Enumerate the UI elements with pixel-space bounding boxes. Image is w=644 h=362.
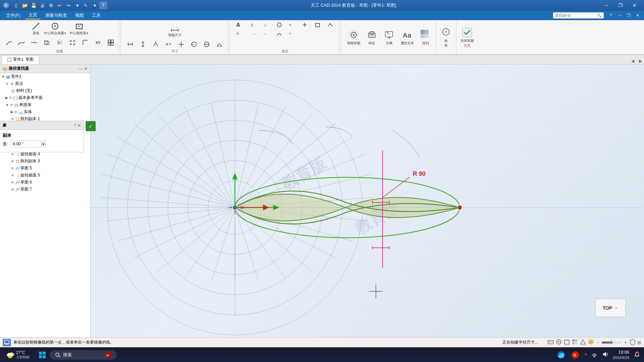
status-zoom-minus[interactable]: －	[596, 340, 600, 346]
menu-win-close[interactable]: ✕	[634, 12, 641, 18]
tool-feature[interactable]: 特征	[364, 28, 380, 47]
tree-item-planes[interactable]: ▶ 👁 基本参考平面	[0, 94, 90, 101]
tool-block[interactable]: + 块 块	[438, 25, 454, 49]
tool-annotation[interactable]: 注释	[381, 28, 397, 47]
help-button[interactable]: ?	[608, 12, 614, 18]
tree-item-array3[interactable]: 👁 阵列副本 3	[0, 158, 90, 165]
minimize-button[interactable]: ─	[600, 1, 613, 10]
tool-constraint-4[interactable]: ≡	[286, 21, 298, 29]
select-button[interactable]: ↖	[82, 1, 90, 9]
eye-icon-revolve5[interactable]: 👁	[11, 173, 14, 177]
tool-constraint-2[interactable]: ⊥	[260, 21, 273, 29]
panel-help-btn[interactable]: ?	[74, 123, 76, 128]
qa-dropdown[interactable]: ▾	[73, 1, 81, 9]
tool-pattern[interactable]	[66, 38, 79, 47]
status-icon-1[interactable]	[547, 339, 554, 346]
status-icon-3[interactable]	[563, 339, 570, 346]
eye-icon-array1[interactable]: 👁	[11, 117, 14, 121]
status-shield-icon[interactable]	[629, 339, 636, 346]
tree-item-sketch6[interactable]: 👁 草图 6	[0, 179, 90, 186]
status-icon-6[interactable]: !	[588, 339, 594, 346]
tool-offset[interactable]	[41, 38, 53, 47]
select-dropdown[interactable]: ▾	[91, 1, 99, 9]
status-icon-4[interactable]	[572, 339, 578, 346]
sidebar-min-btn[interactable]: —	[79, 66, 83, 71]
tool-constraint-3[interactable]	[273, 21, 285, 29]
menu-file[interactable]: 文件(F)	[3, 12, 24, 19]
status-expand-btn[interactable]: ⊞	[637, 340, 641, 345]
tool-mirror[interactable]	[54, 38, 66, 47]
tool-text[interactable]: A	[234, 21, 246, 29]
tool-trim[interactable]	[28, 38, 40, 47]
tool-dim-6[interactable]	[188, 40, 200, 48]
redo-button[interactable]: ↪	[64, 1, 72, 9]
tool-dim-3[interactable]	[150, 40, 162, 48]
tool-fillet[interactable]	[79, 38, 91, 47]
tool-smart-sketch[interactable]: 智能草图	[345, 28, 362, 47]
eye-icon-sketch5[interactable]: 👁	[11, 166, 14, 170]
tool-close-sketch[interactable]: 关闭草图 关闭	[458, 25, 476, 49]
tray-notification[interactable]	[633, 350, 641, 360]
close-button[interactable]: ✕	[628, 1, 641, 10]
tool-dim-8[interactable]	[213, 40, 226, 48]
tool-attr-text[interactable]: Aa 属性文本	[399, 28, 416, 47]
undo-button[interactable]: ↩	[56, 1, 64, 9]
tool-circle[interactable]: 中心和点画圆 ▾	[43, 21, 67, 36]
tool-constraint-5[interactable]	[299, 21, 311, 29]
tool-dim-1[interactable]	[124, 40, 136, 48]
tree-item-sketch5[interactable]: 👁 草图 5	[0, 165, 90, 172]
taskbar-gaoding[interactable]: G	[569, 349, 581, 361]
tool-array[interactable]: 排列	[417, 28, 434, 47]
eye-icon-solid[interactable]: 👁	[14, 110, 18, 114]
menu-home[interactable]: 主页	[25, 11, 41, 19]
menu-win-restore[interactable]: ❐	[625, 12, 633, 18]
panel-accept-btn[interactable]: ✓	[86, 121, 96, 131]
tray-network[interactable]	[590, 350, 599, 360]
tool-line[interactable]: 直线	[30, 21, 42, 36]
print-button[interactable]: 🖨	[38, 1, 46, 9]
sidebar-close-btn[interactable]: ✕	[84, 66, 88, 71]
tree-item-solid[interactable]: ▶ 👁 实体	[0, 108, 90, 115]
tool-constraint-1[interactable]: ∥	[248, 21, 260, 29]
tool-constraint-11[interactable]: =	[286, 30, 298, 38]
taskbar-search[interactable]: 搜索 B	[50, 350, 117, 360]
rect-dropdown[interactable]: ▾	[87, 32, 88, 35]
eye-icon-origin[interactable]: 👁	[5, 82, 9, 86]
new-button[interactable]: ▯	[12, 1, 20, 9]
search-input[interactable]	[555, 13, 595, 18]
menu-win-min[interactable]: ─	[616, 12, 624, 18]
tree-item-material[interactable]: 材料 (无)	[0, 87, 90, 94]
tray-volume[interactable]	[601, 350, 609, 360]
tool-constraint-8[interactable]: ←→	[248, 30, 260, 38]
status-zoom-plus[interactable]: ＋	[623, 340, 628, 346]
menu-tools[interactable]: 工具	[89, 12, 104, 19]
save-button[interactable]: 💾	[30, 1, 38, 9]
status-icon-2[interactable]	[555, 339, 562, 346]
panel-close-btn[interactable]: ✕	[78, 123, 81, 128]
tree-item-revolve5[interactable]: 👁 旋转曲面 5	[0, 172, 90, 179]
tool-dim-5[interactable]	[175, 40, 187, 48]
tool-dim-2[interactable]	[137, 40, 149, 48]
eye-icon-revolve4[interactable]: 👁	[11, 152, 14, 156]
tool-grid[interactable]	[105, 38, 117, 47]
tool-constraint-7[interactable]	[324, 21, 336, 29]
options-button[interactable]: ⚙	[47, 1, 55, 9]
tool-xy[interactable]: XY	[92, 40, 104, 45]
tool-constraint-9[interactable]: ↕	[260, 30, 273, 38]
tool-spline[interactable]	[15, 38, 28, 47]
tab-nav-left[interactable]: ◀	[629, 58, 636, 64]
tool-dim-7[interactable]	[201, 40, 213, 48]
open-button[interactable]: 📂	[21, 1, 29, 9]
tool-text2[interactable]: A	[234, 30, 246, 38]
circle-dropdown[interactable]: ▾	[64, 32, 66, 35]
tool-constraint-6[interactable]	[311, 21, 324, 29]
taskbar-time-date[interactable]: 19:06 2024/9/29	[611, 350, 631, 360]
menu-view[interactable]: 视图	[72, 12, 87, 19]
tool-smart-dim[interactable]: ←→ 智能尺寸	[166, 21, 184, 39]
tree-item-body[interactable]: ▼ 👁 构造体	[0, 101, 90, 108]
tree-item-origin[interactable]: 👁 原点	[0, 80, 90, 87]
tool-dim-4[interactable]: A	[162, 40, 175, 48]
search-icon[interactable]: 🔍	[597, 13, 602, 18]
tray-up-arrow[interactable]: ^	[583, 351, 588, 359]
eye-icon-sketch6[interactable]: 👁	[11, 180, 14, 185]
